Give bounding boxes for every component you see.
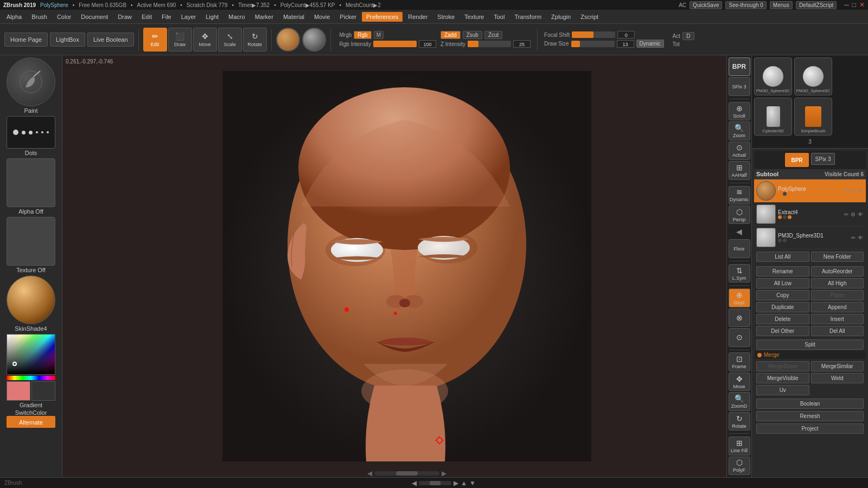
scroll-left-arrow[interactable]: ◀: [367, 470, 372, 477]
mesh-thumb-cylinder[interactable]: Cylinder3D: [754, 98, 792, 136]
edit-button[interactable]: ✏ Edit: [143, 28, 167, 52]
menu-layer[interactable]: Layer: [177, 12, 201, 22]
merge-visible-button[interactable]: MergeVisible: [756, 373, 809, 383]
subtool-item-extract4[interactable]: Extract4 ✏ ⚙ 👁: [754, 203, 866, 226]
menu-light[interactable]: Light: [201, 12, 223, 22]
mesh-thumb-pm3d-2[interactable]: PM3D_Sphere3C: [794, 57, 832, 95]
menu-transform[interactable]: Transform: [510, 12, 546, 22]
alternate-button[interactable]: Alternate: [7, 416, 55, 428]
menu-zscript[interactable]: Zscript: [576, 12, 603, 22]
hue-bar[interactable]: [7, 376, 55, 380]
new-folder-button[interactable]: New Folder: [811, 252, 864, 262]
floor-button[interactable]: Floor: [729, 239, 750, 258]
menu-macro[interactable]: Macro: [224, 12, 250, 22]
scale-button[interactable]: ⤡ Scale: [218, 28, 242, 52]
menu-edit[interactable]: Edit: [137, 12, 156, 22]
polysphere-settings-icon[interactable]: ⚙: [850, 188, 856, 195]
xyz-button[interactable]: ⊕ Gxyz: [729, 288, 750, 307]
list-all-button[interactable]: List All: [756, 252, 809, 262]
draw-button[interactable]: ⬛ Draw: [168, 28, 192, 52]
all-high-button[interactable]: All High: [811, 278, 864, 288]
window-minimize[interactable]: ─: [844, 1, 849, 9]
subtool-item-pm3d[interactable]: PM3D_Sphere3D1 ✏ 👁: [754, 226, 866, 249]
window-maximize[interactable]: □: [852, 1, 856, 9]
extract4-settings-icon[interactable]: ⚙: [850, 211, 856, 218]
live-boolean-button[interactable]: Live Boolean: [87, 33, 134, 47]
rename-button[interactable]: Rename: [756, 266, 809, 277]
zoom3d-button[interactable]: 🔍 ZoomD: [729, 392, 750, 410]
menus-button[interactable]: Menus: [770, 1, 793, 9]
act-button[interactable]: D: [682, 32, 694, 40]
snap2-button[interactable]: ⊙: [729, 328, 750, 346]
texture-item[interactable]: Texture Off: [2, 217, 60, 273]
scroll-right-arrow[interactable]: ▶: [442, 470, 446, 477]
menu-render[interactable]: Render: [404, 12, 432, 22]
window-close[interactable]: ✕: [859, 1, 865, 9]
menu-tool[interactable]: Tool: [489, 12, 509, 22]
move-button[interactable]: ✥ Move: [193, 28, 217, 52]
material-preview[interactable]: [302, 28, 326, 52]
move-strip-button[interactable]: ✥ Move: [729, 373, 750, 391]
polyf-button[interactable]: ⬡ PolyF: [729, 457, 750, 475]
material-sphere-preview[interactable]: [276, 28, 300, 52]
material-item[interactable]: SkinShade4: [2, 275, 60, 332]
scroll-button[interactable]: ⊕ Scroll: [729, 102, 750, 120]
pm3d-eye-icon[interactable]: 👁: [857, 234, 864, 241]
bottom-scroll-up[interactable]: ▲: [461, 479, 467, 487]
subtool-item-polysphere[interactable]: PolySphere ✏ ⚙ 👁: [754, 179, 866, 203]
paste-button[interactable]: Paste: [811, 290, 864, 300]
menu-movie[interactable]: Movie: [310, 12, 334, 22]
rgb-intensity-slider[interactable]: [373, 41, 417, 47]
menu-alpha[interactable]: Alpha: [2, 12, 26, 22]
duplicate-button[interactable]: Duplicate: [756, 302, 809, 312]
lsym-button[interactable]: ⇅ L.Sym: [729, 264, 750, 282]
menu-brush[interactable]: Brush: [27, 12, 52, 22]
rotate-button[interactable]: ↻ Rotate: [243, 28, 267, 52]
home-page-button[interactable]: Home Page: [4, 33, 48, 47]
dots-item[interactable]: Dots: [2, 116, 60, 156]
dynamic-strip-button[interactable]: ≋ Dynamic: [729, 186, 750, 204]
extract4-edit-icon[interactable]: ✏: [844, 211, 849, 218]
horizontal-scrollbar[interactable]: [374, 471, 439, 476]
see-through-button[interactable]: See-through 0: [725, 1, 766, 9]
polysphere-eye-icon[interactable]: 👁: [857, 188, 864, 195]
menu-material[interactable]: Material: [279, 12, 309, 22]
bottom-scrollbar[interactable]: [419, 481, 451, 485]
spix-main-button[interactable]: SPix 3: [811, 153, 835, 165]
mesh-thumb-simple-brush[interactable]: SimpleBrush: [794, 98, 832, 136]
del-other-button[interactable]: Del Other: [756, 326, 809, 336]
spix-button[interactable]: SPix 3: [729, 77, 750, 95]
menu-draw[interactable]: Draw: [113, 12, 136, 22]
z-intensity-slider[interactable]: [468, 41, 511, 47]
weld-button[interactable]: Weld: [811, 373, 864, 383]
m-button[interactable]: M: [374, 31, 384, 39]
mesh-thumb-pm3d-1[interactable]: PM3D_Sphere3C: [754, 57, 792, 95]
background-color-swatch[interactable]: [31, 381, 55, 401]
foreground-color-swatch[interactable]: [7, 381, 30, 401]
draw-size-slider[interactable]: [571, 41, 615, 47]
actual-button[interactable]: ⊙ Actual: [729, 142, 750, 160]
uv-button[interactable]: Uv: [756, 385, 809, 395]
default-zscript-button[interactable]: DefaultZScript: [796, 1, 837, 9]
zsub-button[interactable]: Zsub: [463, 31, 482, 39]
menu-stroke[interactable]: Stroke: [433, 12, 459, 22]
auto-reorder-button[interactable]: AutoReorder: [811, 266, 864, 277]
alpha-item[interactable]: Alpha Off: [2, 158, 60, 215]
rotate3d-button[interactable]: ↻ Rotate: [729, 412, 750, 431]
zadd-button[interactable]: Zadd: [441, 31, 461, 39]
extract4-eye-icon[interactable]: 👁: [857, 211, 864, 218]
rgb-button[interactable]: Rgb: [354, 31, 371, 39]
menu-document[interactable]: Document: [76, 12, 112, 22]
menu-picker[interactable]: Picker: [335, 12, 361, 22]
bpr-main-button[interactable]: BPR: [785, 153, 809, 167]
boolean-button[interactable]: Boolean: [756, 399, 864, 409]
copy-button[interactable]: Copy: [756, 290, 809, 300]
color-picker-gradient[interactable]: [7, 334, 55, 375]
remesh-button[interactable]: Remesh: [756, 411, 864, 421]
append-button[interactable]: Append: [811, 302, 864, 312]
snap-button[interactable]: ⊗: [729, 309, 750, 327]
aahalf-button[interactable]: ⊞ AAHalf: [729, 161, 750, 179]
bottom-scroll-down[interactable]: ▼: [469, 479, 476, 487]
frame-button[interactable]: ⊡ Frame: [729, 352, 750, 371]
insert-button[interactable]: Insert: [811, 314, 864, 324]
